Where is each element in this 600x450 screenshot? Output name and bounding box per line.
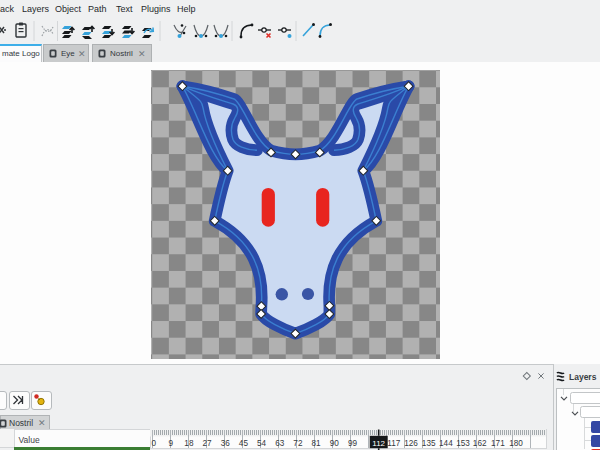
svg-text:0: 0	[152, 438, 157, 447]
svg-text:117: 117	[387, 438, 400, 447]
svg-text:153: 153	[456, 438, 470, 447]
svg-text:180: 180	[509, 438, 523, 447]
svg-text:18: 18	[184, 438, 194, 447]
svg-text:171: 171	[491, 438, 505, 447]
svg-text:90: 90	[330, 438, 340, 447]
svg-text:81: 81	[312, 438, 322, 447]
svg-text:144: 144	[439, 438, 453, 447]
svg-text:54: 54	[257, 438, 267, 447]
svg-text:36: 36	[221, 438, 231, 447]
svg-text:9: 9	[168, 438, 173, 447]
svg-text:63: 63	[275, 438, 285, 447]
svg-text:Layers: Layers	[569, 372, 597, 382]
svg-text:112: 112	[372, 438, 385, 447]
svg-text:45: 45	[239, 438, 249, 447]
svg-text:162: 162	[473, 438, 487, 447]
svg-text:99: 99	[348, 438, 358, 447]
svg-text:126: 126	[404, 438, 418, 447]
svg-text:72: 72	[293, 438, 303, 447]
svg-text:27: 27	[202, 438, 212, 447]
svg-text:135: 135	[422, 438, 436, 447]
